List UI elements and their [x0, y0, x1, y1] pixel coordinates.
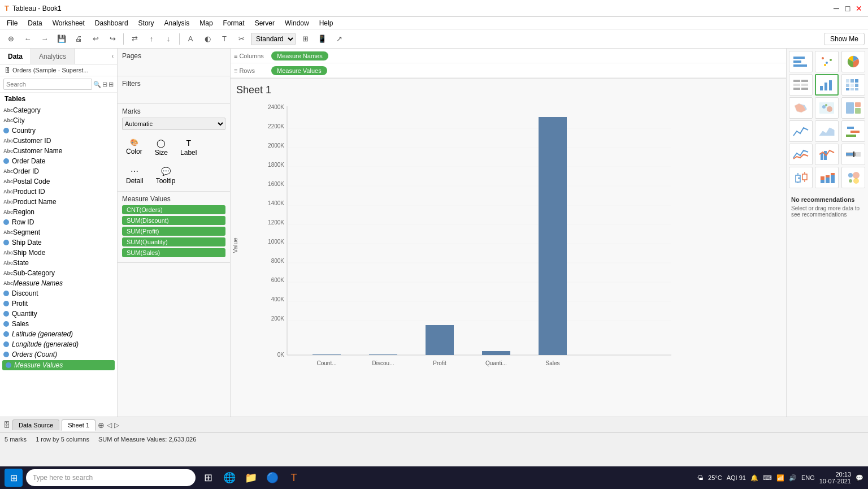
tooltip-mark-button[interactable]: 💬 Tooltip	[152, 164, 180, 188]
chart-type-text[interactable]	[789, 74, 813, 96]
sort-desc-button[interactable]: ↓	[161, 32, 176, 46]
field-item-city[interactable]: AbcCity	[0, 115, 117, 126]
menu-item-server[interactable]: Server	[250, 18, 279, 28]
menu-item-window[interactable]: Window	[280, 18, 314, 28]
keyboard-icon[interactable]: ⌨	[763, 474, 772, 482]
tableau-taskbar-icon[interactable]: T	[285, 469, 303, 487]
field-item-product-name[interactable]: AbcProduct Name	[0, 197, 117, 207]
field-item-category[interactable]: AbcCategory	[0, 105, 117, 115]
field-item-longitude-generated[interactable]: Longitude (generated)	[0, 339, 117, 349]
chart-type-treemap[interactable]	[841, 97, 865, 119]
field-item-postal-code[interactable]: AbcPostal Code	[0, 176, 117, 187]
chart-type-gantt[interactable]	[841, 120, 865, 142]
chart-type-bullet[interactable]	[841, 144, 865, 165]
data-tab[interactable]: Data	[0, 49, 31, 64]
chrome-icon[interactable]: 🔵	[263, 469, 281, 487]
filter-icon[interactable]: ⊟	[102, 81, 107, 88]
sheet1-tab[interactable]: Sheet 1	[62, 419, 96, 431]
field-item-state[interactable]: AbcState	[0, 258, 117, 268]
field-search-input[interactable]	[3, 79, 92, 90]
maximize-button[interactable]: □	[843, 4, 852, 13]
chart-type-bar-h[interactable]	[789, 51, 813, 72]
data-source-tab[interactable]: Data Source	[12, 419, 59, 430]
menu-item-help[interactable]: Help	[315, 18, 338, 28]
field-item-customer-id[interactable]: AbcCustomer ID	[0, 136, 117, 146]
fix-button[interactable]: T	[217, 32, 232, 46]
notification-icon[interactable]: 🔔	[750, 474, 758, 482]
rows-pill[interactable]: Measure Values	[271, 66, 327, 75]
chart-type-scatter[interactable]	[815, 51, 839, 72]
label-button[interactable]: A	[183, 32, 198, 46]
group-button[interactable]: ✂	[234, 32, 249, 46]
measure-pill-sumprofit[interactable]: SUM(Profit)	[122, 227, 225, 236]
print-button[interactable]: 🖨	[71, 32, 86, 46]
panel-collapse-button[interactable]: ‹	[108, 49, 117, 64]
analytics-tab[interactable]: Analytics	[31, 49, 75, 64]
sort-icon[interactable]: ⊞	[108, 81, 114, 88]
volume-icon[interactable]: 🔊	[789, 474, 797, 482]
task-view-button[interactable]: ⊞	[199, 469, 217, 487]
sheet-navigate-right[interactable]: ▷	[114, 421, 119, 429]
redo-button[interactable]: ↪	[105, 32, 120, 46]
field-item-quantity[interactable]: Quantity	[0, 309, 117, 319]
field-item-row-id[interactable]: Row ID	[0, 217, 117, 227]
field-item-country[interactable]: Country	[0, 126, 117, 136]
file-explorer-icon[interactable]: 📁	[242, 469, 260, 487]
menu-item-map[interactable]: Map	[195, 18, 217, 28]
measure-pill-sumsales[interactable]: SUM(Sales)	[122, 248, 225, 257]
marks-type-dropdown[interactable]: Automatic	[122, 118, 225, 130]
minimize-button[interactable]: ─	[832, 4, 841, 13]
close-button[interactable]: ✕	[854, 4, 863, 13]
share-button[interactable]: ↗	[332, 32, 346, 46]
label-mark-button[interactable]: T Label	[176, 136, 201, 159]
field-item-orders-count[interactable]: Orders (Count)	[0, 349, 117, 360]
chart-type-map-filled[interactable]	[789, 97, 813, 119]
color-mark-button[interactable]: 🎨 Color	[122, 136, 146, 159]
wifi-icon[interactable]: 📶	[776, 474, 784, 482]
chart-type-line[interactable]	[789, 120, 813, 142]
field-item-discount[interactable]: Discount	[0, 288, 117, 298]
measure-pill-sumdiscount[interactable]: SUM(Discount)	[122, 216, 225, 225]
view-button[interactable]: ⊞	[298, 32, 313, 46]
measure-pill-sumquantity[interactable]: SUM(Quantity)	[122, 237, 225, 246]
chart-type-bar-stacked[interactable]	[815, 167, 839, 188]
field-item-measure-names[interactable]: AbcMeasure Names	[0, 278, 117, 288]
field-item-region[interactable]: AbcRegion	[0, 207, 117, 217]
chart-type-circle-view[interactable]	[841, 167, 865, 188]
field-item-sub-category[interactable]: AbcSub-Category	[0, 268, 117, 278]
field-item-segment[interactable]: AbcSegment	[0, 227, 117, 237]
field-item-measure-values[interactable]: Measure Values	[2, 360, 115, 370]
field-item-latitude-generated[interactable]: Latitude (generated)	[0, 329, 117, 339]
field-item-profit[interactable]: Profit	[0, 298, 117, 309]
menu-item-file[interactable]: File	[2, 18, 22, 28]
windows-search[interactable]: Type here to search	[26, 469, 196, 486]
chart-type-dual-line[interactable]	[789, 144, 813, 165]
menu-item-dashboard[interactable]: Dashboard	[90, 18, 133, 28]
new-button[interactable]: ⊕	[3, 32, 18, 46]
save-button[interactable]: 💾	[54, 32, 69, 46]
chart-type-dual-bar[interactable]	[815, 144, 839, 165]
field-item-product-id[interactable]: AbcProduct ID	[0, 187, 117, 197]
menu-item-format[interactable]: Format	[219, 18, 249, 28]
measure-pill-cntorders[interactable]: CNT(Orders)	[122, 205, 225, 214]
chart-type-heat[interactable]	[841, 74, 865, 96]
highlight-button[interactable]: ◐	[200, 32, 215, 46]
device-button[interactable]: 📱	[315, 32, 329, 46]
start-button[interactable]: ⊞	[5, 469, 23, 487]
chart-type-bar-v[interactable]	[815, 74, 839, 96]
chart-type-pie[interactable]	[841, 51, 865, 72]
field-item-ship-mode[interactable]: AbcShip Mode	[0, 248, 117, 258]
sort-asc-button[interactable]: ↑	[144, 32, 159, 46]
standard-dropdown[interactable]: Standard	[251, 33, 296, 45]
detail-mark-button[interactable]: ⋯ Detail	[122, 164, 147, 188]
edge-browser-icon[interactable]: 🌐	[220, 469, 238, 487]
menu-item-worksheet[interactable]: Worksheet	[48, 18, 89, 28]
notifications-panel-icon[interactable]: 💬	[856, 474, 863, 482]
menu-item-story[interactable]: Story	[134, 18, 159, 28]
field-item-ship-date[interactable]: Ship Date	[0, 237, 117, 248]
undo-button[interactable]: ↩	[88, 32, 103, 46]
chart-type-box[interactable]	[789, 167, 813, 188]
menu-item-analysis[interactable]: Analysis	[160, 18, 194, 28]
data-source-row[interactable]: 🗄 Orders (Sample - Superst...	[0, 64, 117, 76]
menu-item-data[interactable]: Data	[23, 18, 46, 28]
